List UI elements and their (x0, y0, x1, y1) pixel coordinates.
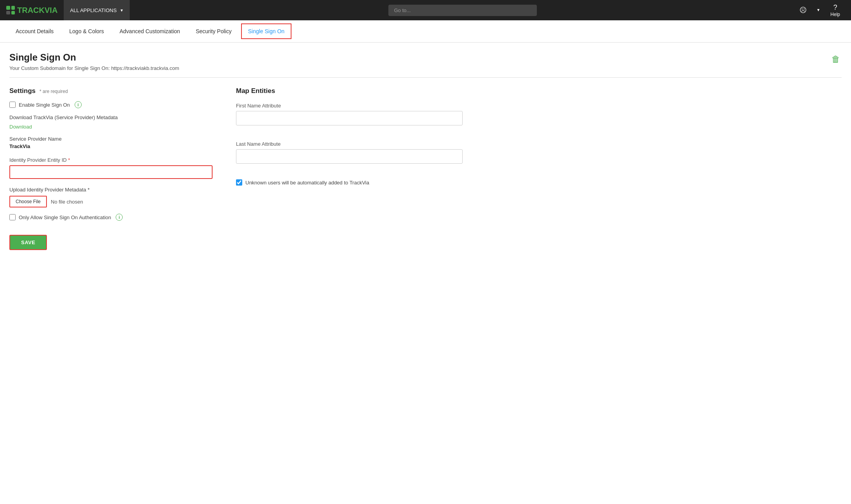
settings-heading-row: Settings * are required (9, 87, 213, 95)
page-header-row: Single Sign On Your Custom Subdomain for… (9, 52, 842, 71)
required-note: * are required (39, 89, 68, 94)
help-question-icon: ? (833, 4, 837, 12)
service-provider-section: Service Provider Name TrackVia (9, 136, 213, 149)
delete-icon[interactable]: 🗑 (830, 53, 842, 66)
entity-id-input[interactable] (9, 165, 213, 179)
all-applications-label: ALL APPLICATIONS (70, 7, 116, 13)
tab-bar: Account Details Logo & Colors Advanced C… (0, 20, 851, 43)
logo-text: TRACKVIA (17, 6, 57, 15)
logo-grid-icon (6, 6, 15, 14)
choose-file-button[interactable]: Choose File (9, 196, 47, 207)
user-chevron-button[interactable]: ▼ (812, 6, 824, 14)
auto-add-checkbox[interactable] (236, 179, 242, 186)
upload-metadata-group: Upload Identity Provider Metadata * Choo… (9, 187, 213, 207)
upload-required-star: * (88, 187, 89, 193)
page-header-left: Single Sign On Your Custom Subdomain for… (9, 52, 179, 71)
help-label: Help (830, 12, 840, 17)
subdomain-text: Your Custom Subdomain for Single Sign On… (9, 65, 179, 71)
only-sso-row: Only Allow Single Sign On Authentication… (9, 214, 213, 221)
first-name-attribute-label: First Name Attribute (236, 103, 463, 109)
logo-via: VIA (45, 6, 57, 14)
first-name-attribute-group: First Name Attribute (236, 103, 463, 133)
logo-track: TRACK (17, 6, 45, 14)
enable-sso-checkbox[interactable] (9, 102, 16, 108)
divider (9, 77, 842, 78)
two-column-layout: Settings * are required Enable Single Si… (9, 87, 842, 250)
nav-search-area (130, 5, 796, 16)
map-entities-heading: Map Entities (236, 87, 463, 95)
download-section: Download TrackVia (Service Provider) Met… (9, 114, 213, 130)
last-name-attribute-group: Last Name Attribute (236, 141, 463, 172)
enable-sso-info-icon[interactable]: i (75, 101, 82, 108)
tab-advanced-customization[interactable]: Advanced Customization (112, 21, 188, 41)
map-entities-section: Map Entities First Name Attribute Last N… (236, 87, 463, 250)
only-sso-info-icon[interactable]: i (116, 214, 123, 221)
tab-single-sign-on[interactable]: Single Sign On (241, 23, 291, 39)
service-provider-label: Service Provider Name (9, 136, 213, 142)
last-name-attribute-label: Last Name Attribute (236, 141, 463, 147)
nav-right-area: ☹ ▼ ? Help (796, 1, 845, 20)
all-applications-button[interactable]: ALL APPLICATIONS ▼ (64, 0, 130, 20)
save-button[interactable]: SAVE (9, 235, 47, 250)
main-content: Single Sign On Your Custom Subdomain for… (0, 43, 851, 259)
auto-add-label: Unknown users will be automatically adde… (245, 180, 369, 186)
download-link[interactable]: Download (9, 124, 32, 130)
logo-cell-1 (6, 6, 10, 10)
search-input[interactable] (388, 5, 537, 16)
entity-id-label: Identity Provider Entity ID * (9, 157, 213, 163)
download-label: Download TrackVia (Service Provider) Met… (9, 114, 213, 120)
enable-sso-label: Enable Single Sign On (19, 102, 70, 108)
logo-cell-4 (11, 11, 15, 15)
page-title: Single Sign On (9, 52, 179, 63)
logo-area: TRACKVIA (6, 6, 57, 15)
auto-add-row: Unknown users will be automatically adde… (236, 179, 463, 186)
user-icon-button[interactable]: ☹ (796, 4, 811, 16)
top-navigation: TRACKVIA ALL APPLICATIONS ▼ ☹ ▼ ? Help (0, 0, 851, 20)
help-button[interactable]: ? Help (826, 1, 845, 20)
chevron-down-icon: ▼ (816, 8, 820, 12)
entity-id-required-star: * (68, 157, 70, 163)
chevron-down-icon: ▼ (120, 8, 124, 13)
logo-cell-3 (6, 11, 10, 15)
service-provider-value: TrackVia (9, 143, 213, 149)
logo-cell-2 (11, 6, 15, 10)
tab-security-policy[interactable]: Security Policy (188, 21, 240, 41)
tab-logo-colors[interactable]: Logo & Colors (61, 21, 112, 41)
enable-sso-row: Enable Single Sign On i (9, 101, 213, 108)
upload-metadata-label: Upload Identity Provider Metadata * (9, 187, 213, 193)
only-sso-checkbox[interactable] (9, 214, 16, 220)
file-upload-row: Choose File No file chosen (9, 196, 213, 207)
user-icon: ☹ (799, 7, 807, 14)
last-name-attribute-input[interactable] (236, 149, 463, 164)
settings-heading: Settings (9, 87, 36, 95)
tab-account-details[interactable]: Account Details (8, 21, 61, 41)
entity-id-group: Identity Provider Entity ID * (9, 157, 213, 179)
first-name-attribute-input[interactable] (236, 111, 463, 125)
no-file-text: No file chosen (51, 199, 83, 205)
only-sso-label: Only Allow Single Sign On Authentication (19, 214, 111, 220)
settings-section: Settings * are required Enable Single Si… (9, 87, 213, 250)
